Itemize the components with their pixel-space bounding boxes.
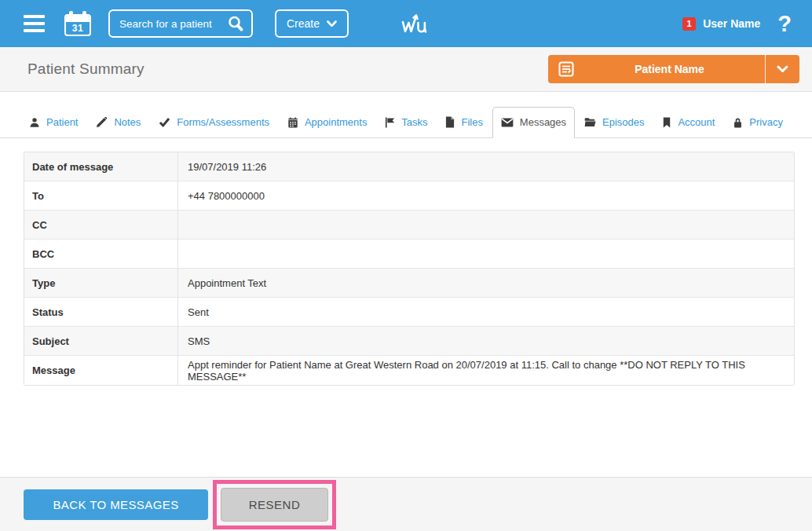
create-button-label: Create [287, 17, 320, 30]
resend-button[interactable]: RESEND [221, 488, 328, 522]
row-value: 19/07/2019 11:26 [178, 152, 794, 181]
user-icon [29, 117, 40, 128]
row-value [178, 211, 794, 239]
row-value: Appointment Text [178, 269, 794, 297]
tab-label: Episodes [602, 116, 644, 128]
check-icon [159, 117, 170, 128]
table-row-cc: CC [24, 211, 794, 240]
tab-notes[interactable]: Notes [87, 107, 149, 137]
row-value: Appt reminder for Patient Name at Great … [178, 356, 794, 385]
tab-label: Patient [46, 116, 78, 128]
tab-label: Messages [520, 116, 566, 128]
app-logo-icon[interactable] [397, 9, 427, 38]
action-footer: BACK TO MESSAGES RESEND [0, 477, 812, 531]
tab-label: Files [461, 116, 482, 128]
back-to-messages-button[interactable]: BACK TO MESSAGES [24, 489, 208, 520]
patient-name-button[interactable]: Patient Name [548, 55, 799, 83]
search-input[interactable] [119, 18, 226, 30]
notes-document-icon [558, 61, 574, 77]
tab-label: Privacy [749, 116, 783, 128]
calendar-day-label: 31 [66, 23, 90, 34]
tab-label: Notes [114, 116, 141, 128]
resend-highlight-annotation: RESEND [213, 480, 336, 529]
row-label: Message [24, 356, 178, 385]
patient-name-label: Patient Name [574, 63, 765, 75]
notification-badge[interactable]: 1 [682, 17, 696, 31]
tab-label: Tasks [401, 116, 427, 128]
pencil-icon [96, 116, 108, 128]
row-value: SMS [178, 327, 794, 355]
row-value: +44 7800000000 [178, 181, 794, 210]
row-label: CC [24, 211, 178, 239]
help-icon[interactable]: ? [777, 13, 792, 35]
tab-patient[interactable]: Patient [20, 107, 86, 137]
tab-appointments[interactable]: Appointments [279, 107, 376, 137]
row-value [178, 240, 794, 268]
envelope-icon [501, 118, 514, 127]
table-row-subject: Subject SMS [24, 327, 794, 356]
tab-tasks[interactable]: Tasks [376, 107, 436, 137]
create-button[interactable]: Create [275, 9, 349, 38]
row-label: Type [24, 269, 178, 297]
table-row-bcc: BCC [24, 240, 794, 269]
table-row-type: Type Appointment Text [24, 269, 794, 298]
row-label: BCC [24, 240, 178, 268]
tab-privacy[interactable]: Privacy [724, 107, 792, 137]
chevron-down-icon [327, 20, 337, 27]
hamburger-menu-icon[interactable] [24, 15, 45, 32]
file-icon [445, 116, 455, 128]
topbar-right-group: 1 User Name ? [682, 13, 792, 35]
table-row-message: Message Appt reminder for Patient Name a… [24, 356, 794, 385]
search-icon[interactable] [226, 14, 245, 33]
row-value: Sent [178, 298, 794, 326]
tab-label: Account [678, 116, 715, 128]
lock-icon [733, 117, 743, 128]
tab-account[interactable]: Account [653, 107, 723, 137]
tab-label: Forms/Assessments [177, 116, 269, 128]
page-header: Patient Summary Patient Name [0, 47, 812, 92]
row-label: Subject [24, 327, 178, 355]
row-label: Status [24, 298, 178, 326]
top-navigation-bar: 31 Create 1 User Na [0, 0, 812, 47]
user-name-menu[interactable]: User Name [703, 17, 760, 30]
tab-messages[interactable]: Messages [492, 107, 575, 138]
chevron-down-icon[interactable] [766, 65, 799, 73]
message-details-table: Date of message 19/07/2019 11:26 To +44 … [24, 152, 795, 386]
table-row-status: Status Sent [24, 298, 794, 327]
table-row-to: To +44 7800000000 [24, 181, 794, 211]
tab-forms-assessments[interactable]: Forms/Assessments [150, 107, 278, 137]
calendar-icon[interactable]: 31 [64, 11, 91, 36]
bookmark-icon [662, 117, 671, 128]
row-label: To [24, 181, 178, 210]
tab-episodes[interactable]: Episodes [576, 107, 653, 137]
folder-icon [584, 117, 596, 127]
patient-search-box[interactable] [108, 9, 253, 38]
row-label: Date of message [24, 152, 178, 181]
calendar-icon [287, 117, 298, 128]
notification-count: 1 [687, 19, 692, 28]
tab-label: Appointments [305, 116, 368, 128]
tab-files[interactable]: Files [437, 107, 491, 137]
page-title: Patient Summary [27, 60, 144, 78]
patient-tabs: Patient Notes Forms/Assessments [0, 92, 812, 138]
table-row-date-of-message: Date of message 19/07/2019 11:26 [24, 152, 794, 181]
flag-icon [385, 117, 395, 128]
